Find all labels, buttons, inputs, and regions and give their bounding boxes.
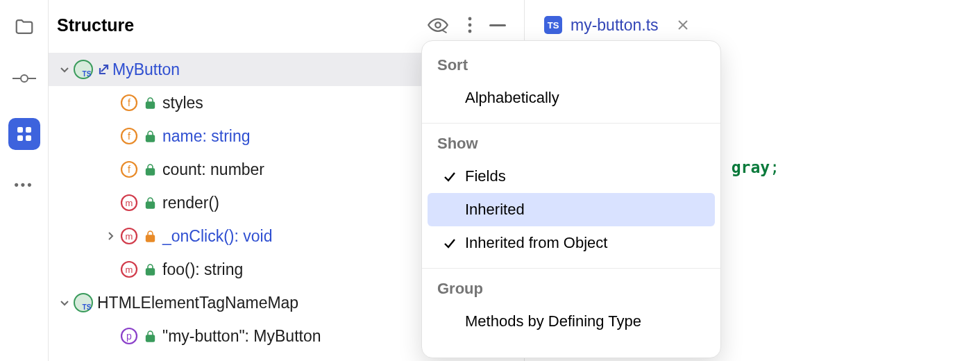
tree-row-label: name: string (162, 127, 251, 146)
method-icon: m (119, 193, 139, 212)
left-rail: ••• (0, 0, 49, 361)
svg-rect-3 (17, 127, 23, 133)
popup-item-label: Fields (465, 167, 709, 185)
popup-item[interactable]: Inherited from Object (422, 226, 720, 260)
tree-row-label: foo(): string (162, 260, 243, 279)
lock-icon (143, 229, 157, 243)
minimize-button[interactable] (484, 24, 512, 26)
svg-rect-22 (146, 169, 154, 175)
svg-text:f: f (128, 97, 130, 108)
external-link-icon (97, 64, 110, 75)
svg-point-8 (468, 17, 472, 21)
more-tools-icon[interactable]: ••• (15, 178, 34, 192)
chevron-icon[interactable] (101, 231, 119, 241)
popup-section-title: Sort (422, 53, 720, 81)
kebab-menu-icon[interactable] (456, 11, 484, 39)
popup-item[interactable]: Fields (422, 160, 720, 193)
lock-icon (143, 96, 157, 110)
structure-options-popup: SortAlphabeticallyShowFieldsInheritedInh… (421, 40, 721, 358)
svg-rect-25 (146, 202, 154, 208)
svg-text:p: p (126, 330, 132, 342)
svg-text:f: f (128, 131, 130, 142)
popup-item[interactable]: Alphabetically (422, 81, 720, 115)
check-icon (434, 236, 465, 250)
svg-rect-19 (146, 135, 154, 142)
svg-point-9 (468, 24, 472, 27)
svg-rect-37 (146, 335, 154, 342)
interface-ts-icon: TS (74, 293, 93, 312)
svg-text:f: f (128, 164, 130, 175)
close-tab-icon[interactable] (674, 16, 692, 34)
svg-rect-4 (26, 127, 31, 133)
tree-row-label: MyButton (112, 60, 180, 79)
chevron-icon[interactable] (56, 65, 74, 74)
lock-icon (143, 196, 157, 210)
svg-text:TS: TS (83, 303, 92, 311)
method-icon: m (119, 260, 139, 279)
svg-text:TS: TS (83, 70, 92, 78)
tree-row-label: _onClick(): void (162, 227, 273, 246)
field-icon: f (119, 93, 139, 112)
svg-point-7 (435, 22, 441, 28)
popup-item-label: Inherited (465, 201, 704, 219)
ts-file-icon: TS (544, 16, 562, 34)
chevron-icon[interactable] (56, 298, 74, 308)
property-icon: p (119, 326, 139, 346)
popup-item-label: Alphabetically (465, 89, 709, 107)
method-icon: m (119, 226, 139, 246)
popup-item-label: Methods by Defining Type (465, 312, 709, 330)
lock-icon (143, 262, 157, 276)
structure-title: Structure (57, 15, 134, 35)
structure-tool-button[interactable] (8, 118, 40, 150)
popup-section-title: Group (422, 277, 720, 305)
popup-item[interactable]: Inherited (428, 193, 715, 226)
field-icon: f (119, 126, 139, 146)
editor-tab-label: my-button.ts (571, 16, 659, 35)
svg-rect-28 (146, 235, 154, 242)
svg-point-10 (468, 30, 472, 33)
svg-rect-6 (26, 135, 31, 141)
commit-icon[interactable] (12, 67, 36, 90)
svg-rect-31 (146, 269, 154, 275)
svg-rect-5 (17, 135, 23, 141)
interface-ts-icon: TS (74, 60, 93, 79)
tree-row-label: HTMLElementTagNameMap (97, 294, 298, 312)
field-icon: f (119, 160, 139, 179)
svg-text:m: m (126, 231, 133, 242)
lock-icon (143, 129, 157, 143)
svg-line-13 (101, 65, 108, 72)
tree-row-label: styles (162, 94, 203, 112)
tree-row-label: render() (162, 194, 219, 212)
svg-text:TS: TS (548, 20, 559, 31)
popup-item[interactable]: Methods by Defining Type (422, 305, 720, 338)
lock-icon (143, 162, 157, 176)
tree-row-label: count: number (162, 160, 264, 179)
popup-section-title: Show (422, 132, 720, 160)
popup-item-label: Inherited from Object (465, 234, 709, 252)
tree-row-label: "my-button": MyButton (162, 327, 321, 346)
svg-rect-16 (146, 102, 154, 108)
lock-icon (143, 329, 157, 343)
svg-point-1 (21, 75, 28, 82)
folder-icon[interactable] (12, 15, 36, 39)
svg-text:m: m (126, 198, 133, 208)
svg-text:m: m (126, 265, 133, 275)
check-icon (434, 169, 465, 183)
visibility-icon[interactable] (424, 11, 452, 39)
